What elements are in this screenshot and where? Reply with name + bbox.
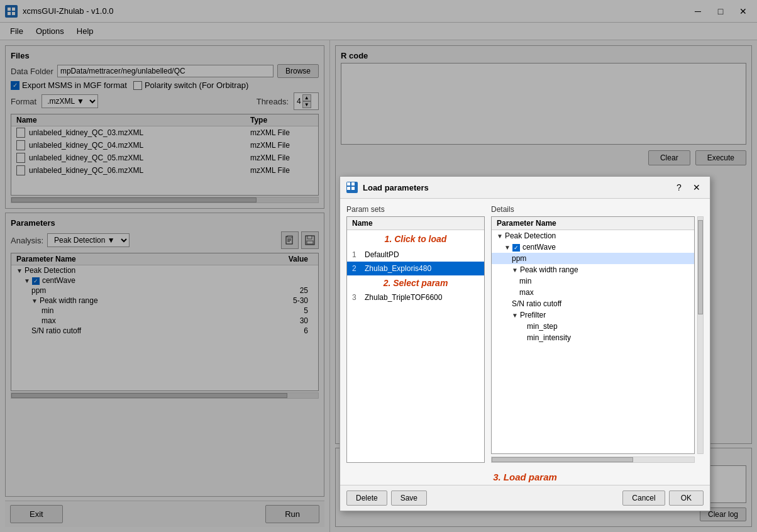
ok-button[interactable]: OK (669, 490, 704, 506)
detail-row[interactable]: max (492, 287, 694, 298)
svg-rect-14 (347, 187, 350, 190)
param-sets-list: Name 1. Click to load 1 DefaultPD 2 Zhul… (346, 216, 485, 463)
detail-row[interactable]: ▼✓centWave (492, 241, 694, 253)
param-set-item[interactable]: 1 DefaultPD (347, 248, 484, 262)
save-button[interactable]: Save (391, 490, 427, 506)
detail-row-ppm[interactable]: ppm (492, 253, 694, 264)
modal-title-text: Load parameters (363, 183, 429, 192)
modal-close-button[interactable]: ✕ (690, 180, 704, 194)
detail-row[interactable]: min_intensity (492, 332, 694, 343)
param-set-name: Zhulab_Exploris480 (365, 264, 431, 273)
modal-title-left: Load parameters (346, 182, 429, 193)
param-set-num: 3 (352, 293, 361, 302)
detail-row[interactable]: ▼Prefilter (492, 309, 694, 321)
svg-rect-15 (351, 187, 355, 190)
modal-icon (346, 182, 358, 193)
param-sets-header: Name (347, 217, 484, 230)
modal-footer: Delete Save Cancel OK (340, 485, 710, 511)
detail-row[interactable]: ▼Peak width range (492, 264, 694, 275)
scrollbar-thumb-h[interactable] (492, 457, 633, 462)
detail-row[interactable]: min_step (492, 321, 694, 332)
load-params-modal: Load parameters ? ✕ Param sets Name 1. C… (340, 176, 710, 511)
instruction-2: 2. Select param (347, 275, 484, 291)
modal-overlay: Load parameters ? ✕ Param sets Name 1. C… (0, 0, 757, 532)
modal-controls: ? ✕ (672, 180, 704, 194)
svg-rect-12 (347, 182, 350, 186)
detail-row[interactable]: S/N ratio cutoff (492, 298, 694, 309)
instruction-1: 1. Click to load (347, 230, 484, 248)
param-set-num: 1 (352, 250, 361, 259)
param-sets-label: Param sets (346, 205, 485, 214)
modal-title-bar: Load parameters ? ✕ (340, 177, 710, 199)
footer-right: Cancel OK (622, 490, 704, 506)
details-panel: Details Parameter Name ▼Peak Detection ▼… (491, 205, 704, 463)
param-set-name: DefaultPD (365, 250, 399, 259)
param-set-num: 2 (352, 264, 361, 273)
param-set-item-selected[interactable]: 2 Zhulab_Exploris480 (347, 262, 484, 275)
instruction-3: 3. Load param (340, 469, 710, 485)
details-scrollbar-h[interactable] (491, 457, 695, 463)
detail-row[interactable]: min (492, 275, 694, 287)
details-scrollbar-v[interactable] (697, 216, 704, 454)
scrollbar-thumb-v[interactable] (698, 220, 703, 314)
param-sets-panel: Param sets Name 1. Click to load 1 Defau… (346, 205, 485, 463)
details-label: Details (491, 205, 704, 214)
cancel-button[interactable]: Cancel (622, 490, 665, 506)
modal-help-button[interactable]: ? (672, 180, 686, 194)
detail-row[interactable]: ▼Peak Detection (492, 230, 694, 241)
param-set-item[interactable]: 3 Zhulab_TripleTOF6600 (347, 291, 484, 304)
footer-left: Delete Save (346, 490, 427, 506)
modal-body: Param sets Name 1. Click to load 1 Defau… (340, 199, 710, 469)
svg-rect-13 (351, 182, 355, 186)
delete-button[interactable]: Delete (346, 490, 387, 506)
param-set-name: Zhulab_TripleTOF6600 (365, 293, 442, 302)
details-header: Parameter Name (492, 217, 694, 230)
details-tree: Parameter Name ▼Peak Detection ▼✓centWav… (491, 216, 695, 454)
